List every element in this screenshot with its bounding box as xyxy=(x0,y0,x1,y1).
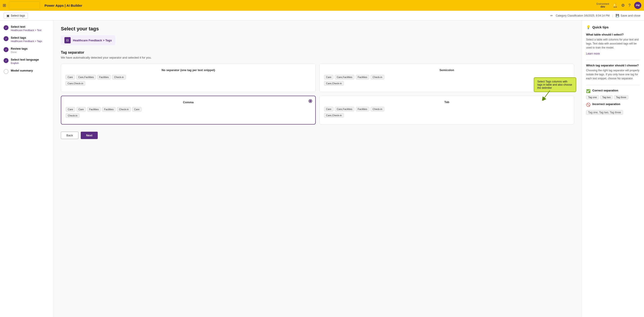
sidebar: ✓ Select text Healthcare Feedback > Text… xyxy=(0,20,54,317)
tab-label: Select tags xyxy=(11,14,25,17)
qt-section-which-separator: Which tag separator should I choose? Cho… xyxy=(586,64,640,80)
svg-line-0 xyxy=(543,90,550,100)
tags-row-0: Care Care,Facilities Facilities Check-in xyxy=(66,75,311,79)
back-button[interactable]: Back xyxy=(61,132,78,139)
tag-chip: Check-in xyxy=(370,107,384,111)
sep-card-tab[interactable]: Tab Care Care,Facilities Facilities Chec… xyxy=(319,96,574,124)
qt-title-what-table: What table should I select? xyxy=(586,33,640,36)
sub-nav: ▣ Select tags ✏ Category Classification … xyxy=(0,11,644,20)
edit-icon: ✏ xyxy=(550,14,553,18)
tag-chip: Check-in xyxy=(117,107,130,112)
qt-title-which-separator: Which tag separator should I choose? xyxy=(586,64,640,67)
environment-selector[interactable]: Environment dev xyxy=(596,3,609,8)
tag-chip: Facilities xyxy=(356,107,370,111)
tag-chip: Facilities xyxy=(97,75,111,79)
tags-row-7: Care,Check-in xyxy=(324,113,570,118)
datasource-badge[interactable]: ⊟ Healthcare Feedback > Tags xyxy=(61,35,116,45)
step-circle-select-text-lang: ✓ xyxy=(4,58,8,63)
step-name-select-text: Select text xyxy=(11,25,41,28)
tag-chip: Care xyxy=(66,107,75,112)
correct-tag-2: Tag two xyxy=(600,95,613,99)
logo-box xyxy=(9,1,40,10)
next-button[interactable]: Next xyxy=(81,132,98,139)
main-layout: ✓ Select text Healthcare Feedback > Text… xyxy=(0,20,644,317)
step-sub-review-tags: Done xyxy=(11,51,28,54)
step-circle-select-text: ✓ xyxy=(4,25,8,30)
separator-section-desc: We have automatically detected your sepa… xyxy=(61,56,574,59)
learn-more-link[interactable]: Learn more xyxy=(586,52,600,55)
tag-chip: Care,Check-in xyxy=(324,81,344,86)
quick-tips-panel: 💡 Quick tips What table should I select?… xyxy=(582,20,644,317)
sidebar-item-model-summary[interactable]: Model summary xyxy=(4,69,50,74)
sidebar-item-select-tags[interactable]: ✓ Select tags Healthcare Feedback > Tags xyxy=(4,36,50,42)
app-title: Power Apps | AI Builder xyxy=(44,4,82,8)
step-circle-model-summary xyxy=(4,69,8,74)
sidebar-item-select-text-lang[interactable]: ✓ Select text language English xyxy=(4,58,50,64)
bell-icon[interactable]: 🔔 xyxy=(613,3,618,8)
step-name-review-tags: Review tags xyxy=(11,47,28,50)
step-circle-select-tags: ✓ xyxy=(4,36,8,41)
separator-section-title: Tag separator xyxy=(61,50,574,54)
sep-card-no-separator[interactable]: No separator (one tag per text snippet) … xyxy=(61,64,316,92)
sep-card-semicolon[interactable]: Semicolon Care Care,Facilities Facilitie… xyxy=(319,64,574,92)
quick-tips-title: Quick tips xyxy=(592,25,609,29)
tag-chip: Care xyxy=(66,75,75,79)
qt-divider-2 xyxy=(586,85,640,85)
select-tags-tab[interactable]: ▣ Select tags xyxy=(4,13,28,18)
tag-chip: Facilities xyxy=(87,107,101,112)
tag-chip: Check-in xyxy=(66,113,80,118)
tab-icon: ▣ xyxy=(6,14,10,18)
tags-row-3: Care,Check-in xyxy=(324,81,570,86)
tags-row-2: Care Care,Facilities Facilities Check-in xyxy=(324,75,570,79)
step-name-select-text-lang: Select text language xyxy=(11,58,39,61)
content-area: Select your tags ⊟ Healthcare Feedback >… xyxy=(54,20,582,317)
top-nav: ⊞ Power Apps | AI Builder Environment de… xyxy=(0,0,644,11)
incorrect-sep-label: Incorrect separation xyxy=(592,102,620,106)
sep-card-title-semicolon: Semicolon xyxy=(324,68,570,72)
save-close-button[interactable]: 💾 Save and close xyxy=(616,14,640,17)
step-sub-select-text-lang: English xyxy=(11,62,39,64)
incorrect-tag: Tag one, Tag two, Tag three xyxy=(586,110,623,115)
separator-line: | xyxy=(612,14,613,17)
tag-chip: Care xyxy=(324,75,334,79)
tag-chip: Care,Facilities xyxy=(335,75,354,79)
qt-section-what-table: What table should I select? Select a tab… xyxy=(586,33,640,56)
sep-card-title-no-separator: No separator (one tag per text snippet) xyxy=(66,68,311,72)
sidebar-item-review-tags[interactable]: ✓ Review tags Done xyxy=(4,47,50,54)
tag-chip: Check-in xyxy=(370,75,384,79)
separator-grid: No separator (one tag per text snippet) … xyxy=(61,64,574,124)
tags-row-1: Care,Check-in xyxy=(66,81,311,86)
avatar[interactable]: PM xyxy=(634,2,641,9)
footer-buttons: Back Next xyxy=(61,132,574,139)
save-icon: 💾 xyxy=(616,14,619,17)
tags-row-5: Check-in xyxy=(66,113,311,118)
tag-chip: Care,Facilities xyxy=(335,107,354,111)
tag-chip: Care xyxy=(132,107,142,112)
help-icon[interactable]: ? xyxy=(628,3,630,8)
gear-icon[interactable]: ⚙ xyxy=(621,3,625,8)
tag-chip: Facilities xyxy=(102,107,116,112)
grid-icon[interactable]: ⊞ xyxy=(3,3,6,8)
correct-tag-3: Tag three xyxy=(614,95,628,99)
step-name-select-tags: Select tags xyxy=(11,36,42,39)
tag-chip: Check-in xyxy=(112,75,126,79)
tag-chip: Care xyxy=(324,107,334,111)
correct-separation-section: ✅ Correct separation xyxy=(586,89,640,94)
qt-divider xyxy=(586,60,640,60)
sidebar-item-select-text[interactable]: ✓ Select text Healthcare Feedback > Text xyxy=(4,25,50,32)
incorrect-separation-section: 🚫 Incorrect separation Tag one, Tag two,… xyxy=(586,102,640,115)
tags-row-4: Care Care Facilities Facilities Check-in… xyxy=(66,107,311,112)
incorrect-icon: 🚫 xyxy=(586,102,590,107)
tag-chip: Care,Facilities xyxy=(76,75,96,79)
comma-radio[interactable] xyxy=(308,99,312,103)
tooltip-bubble: Select Tags columns with tags in table a… xyxy=(534,77,576,92)
qt-text-what-table: Select a table with columns for your tex… xyxy=(586,38,640,50)
save-label: Save and close xyxy=(620,14,640,17)
sep-card-title-comma: Comma xyxy=(66,100,311,104)
step-sub-select-text: Healthcare Feedback > Text xyxy=(11,29,41,32)
correct-tag-1: Tag one xyxy=(586,95,599,99)
tag-chip: Care xyxy=(76,107,86,112)
page-title: Select your tags xyxy=(61,26,574,32)
sep-card-comma[interactable]: Comma Care Care Facilities Facilities Ch… xyxy=(61,96,316,124)
step-name-model-summary: Model summary xyxy=(11,69,33,72)
